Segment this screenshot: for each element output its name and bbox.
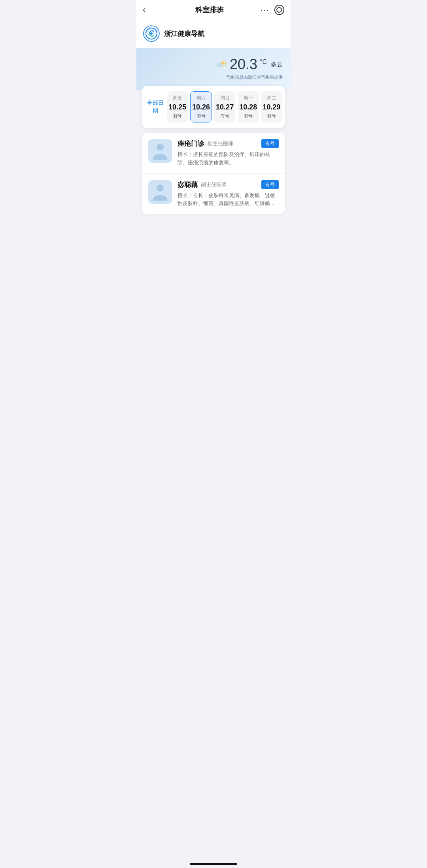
doctor-title-1: 副主任医师 bbox=[201, 181, 227, 188]
doctor-badge-1: 有号 bbox=[261, 180, 279, 189]
doctor-avatar-0 bbox=[148, 139, 172, 163]
doctor-item-1[interactable]: 宓聪藕 副主任医师 擅长：专长：皮肤科常见病、多发病、过敏性皮肤科、细菌、真菌性… bbox=[142, 174, 285, 215]
weather-banner: 20.3 °C 多云 气象信息由浙江省气象局提供 bbox=[136, 48, 291, 90]
doctor-desc-0: 擅长：擅长座疮的预防及治疗、痘印的祛除、痤疮疤痕的修复等。 bbox=[178, 151, 279, 167]
doctor-name-0: 痤疮门诊 bbox=[178, 139, 204, 148]
app-name: 浙江健康导航 bbox=[164, 29, 204, 38]
doctor-title-0: 副主任医师 bbox=[208, 140, 233, 147]
weather-unit: °C bbox=[260, 58, 267, 66]
weather-temp-row: 20.3 °C 多云 bbox=[215, 56, 283, 73]
date-item-0[interactable]: 周五 10.25 有号 bbox=[167, 91, 188, 122]
doctor-item-0[interactable]: 痤疮门诊 副主任医师 擅长：擅长座疮的预防及治疗、痘印的祛除、痤疮疤痕的修复等。… bbox=[142, 133, 285, 174]
weather-temperature: 20.3 bbox=[230, 56, 257, 73]
page-title: 科室排班 bbox=[159, 5, 261, 15]
date-item-3[interactable]: 周一 10.28 有号 bbox=[238, 91, 259, 122]
app-logo bbox=[143, 25, 160, 42]
weather-description: 多云 bbox=[271, 61, 283, 68]
svg-point-7 bbox=[157, 143, 164, 151]
date-picker-card: 全部日 期 周五 10.25 有号 周六 10.26 有号 周日 10.27 有… bbox=[142, 86, 285, 128]
date-scroll: 全部日 期 周五 10.25 有号 周六 10.26 有号 周日 10.27 有… bbox=[145, 91, 282, 122]
date-item-2[interactable]: 周日 10.27 有号 bbox=[214, 91, 235, 122]
date-item-4[interactable]: 周二 10.29 有号 bbox=[261, 91, 282, 122]
nav-bar: ‹ 科室排班 ··· bbox=[136, 0, 291, 20]
all-dates-button[interactable]: 全部日 期 bbox=[145, 91, 166, 122]
doctor-badge-0: 有号 bbox=[261, 139, 279, 148]
doctor-list: 痤疮门诊 副主任医师 擅长：擅长座疮的预防及治疗、痘印的祛除、痤疮疤痕的修复等。… bbox=[142, 133, 285, 214]
svg-point-8 bbox=[157, 185, 164, 192]
weather-source: 气象信息由浙江省气象局提供 bbox=[226, 74, 283, 80]
svg-point-2 bbox=[150, 32, 153, 35]
scan-button[interactable] bbox=[274, 5, 284, 15]
doctor-name-1: 宓聪藕 bbox=[178, 180, 198, 189]
doctor-avatar-1 bbox=[148, 180, 172, 204]
doctor-desc-1: 擅长：专长：皮肤科常见病、多发病、过敏性皮肤科、细菌、真菌性皮肤病、红斑鳞屑类皮… bbox=[178, 192, 279, 208]
weather-info: 20.3 °C 多云 气象信息由浙江省气象局提供 bbox=[144, 56, 283, 80]
more-options-button[interactable]: ··· bbox=[261, 6, 270, 15]
weather-icon bbox=[215, 60, 227, 69]
back-button[interactable]: ‹ bbox=[143, 5, 159, 15]
app-header: 浙江健康导航 bbox=[136, 20, 291, 48]
nav-actions: ··· bbox=[261, 5, 284, 15]
svg-point-6 bbox=[217, 64, 221, 67]
date-item-1[interactable]: 周六 10.26 有号 bbox=[190, 91, 212, 122]
